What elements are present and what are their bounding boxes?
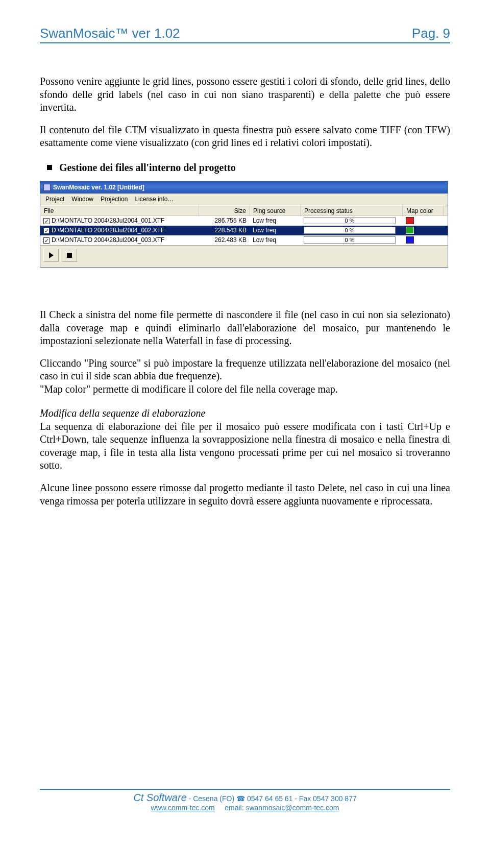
menu-project[interactable]: Project xyxy=(45,196,64,203)
footer-email-label: email: xyxy=(225,804,246,812)
cell-file: ✓D:\MONTALTO 2004\28Jul2004_003.XTF xyxy=(40,235,199,245)
toolbar xyxy=(40,245,448,267)
progress-bar: 0 % xyxy=(304,217,396,224)
col-header-file[interactable]: File xyxy=(40,205,199,215)
cell-ping: Low freq xyxy=(250,235,301,245)
cell-color xyxy=(403,216,444,226)
table-row[interactable]: ✓D:\MONTALTO 2004\28Jul2004_002.XTF228.5… xyxy=(40,226,448,235)
subheading: Modifica della sequenze di elaborazione xyxy=(40,407,450,419)
menu-window[interactable]: Window xyxy=(71,196,93,203)
footer-contact: - Cesena (FO) ☎ 0547 64 65 61 - Fax 0547… xyxy=(187,794,357,803)
cell-color xyxy=(403,235,444,245)
cell-processing: 0 % xyxy=(301,216,403,226)
stop-button[interactable] xyxy=(62,249,77,262)
cell-file: ✓D:\MONTALTO 2004\28Jul2004_002.XTF xyxy=(40,226,199,235)
col-header-proc[interactable]: Processing status xyxy=(301,205,403,215)
cell-file: ✓D:\MONTALTO 2004\28Jul2004_001.XTF xyxy=(40,216,199,226)
doc-header-right: Pag. 9 xyxy=(412,26,450,41)
paragraph-5: "Map color" permette di modificare il co… xyxy=(40,383,450,396)
color-swatch[interactable] xyxy=(406,227,414,234)
col-header-size[interactable]: Size xyxy=(199,205,250,215)
paragraph-2: Il contenuto del file CTM visualizzato i… xyxy=(40,124,450,150)
cell-size: 228.543 KB xyxy=(199,226,250,235)
cell-ping: Low freq xyxy=(250,226,301,235)
stop-icon xyxy=(67,253,72,258)
menu-bar: Project Window Projection License info… xyxy=(40,194,448,205)
cell-color xyxy=(403,226,444,235)
progress-bar: 0 % xyxy=(304,227,396,234)
paragraph-6: La sequenza di elaborazione dei file per… xyxy=(40,420,450,472)
paragraph-3: Il Check a sinistra del nome file permet… xyxy=(40,308,450,348)
progress-bar: 0 % xyxy=(304,236,396,244)
row-checkbox[interactable]: ✓ xyxy=(43,218,50,224)
file-path: D:\MONTALTO 2004\28Jul2004_001.XTF xyxy=(52,217,164,224)
file-path: D:\MONTALTO 2004\28Jul2004_003.XTF xyxy=(52,236,164,244)
table-row[interactable]: ✓D:\MONTALTO 2004\28Jul2004_003.XTF262.4… xyxy=(40,235,448,245)
footer-email-link[interactable]: swanmosaic@comm-tec.com xyxy=(246,804,339,812)
app-window: SwanMosaic ver. 1.02 [Untitled] Project … xyxy=(40,181,448,268)
cell-ping: Low freq xyxy=(250,216,301,226)
color-swatch[interactable] xyxy=(406,217,414,224)
color-swatch[interactable] xyxy=(406,236,414,244)
row-checkbox[interactable]: ✓ xyxy=(43,228,50,234)
cell-size: 286.755 KB xyxy=(199,216,250,226)
col-header-ping[interactable]: Ping source xyxy=(250,205,301,215)
file-path: D:\MONTALTO 2004\28Jul2004_002.XTF xyxy=(52,227,164,234)
section-title: Gestione dei files all'interno del proge… xyxy=(59,162,236,174)
paragraph-4: Cliccando "Ping source" si può impostare… xyxy=(40,357,450,383)
file-listview: File Size Ping source Processing status … xyxy=(40,205,448,245)
row-checkbox[interactable]: ✓ xyxy=(43,237,50,244)
doc-header-left: SwanMosaic™ ver 1.02 xyxy=(40,26,180,41)
footer-website-link[interactable]: www.comm-tec.com xyxy=(151,804,215,812)
bullet-icon xyxy=(47,165,52,170)
cell-size: 262.483 KB xyxy=(199,235,250,245)
window-title: SwanMosaic ver. 1.02 [Untitled] xyxy=(53,184,144,191)
app-icon xyxy=(43,184,51,191)
paragraph-7: Alcune linee possono essere rimosse dal … xyxy=(40,481,450,508)
menu-license[interactable]: License info… xyxy=(135,196,174,203)
paragraph-1: Possono venire aggiunte le grid lines, p… xyxy=(40,75,450,114)
cell-processing: 0 % xyxy=(301,235,403,245)
menu-projection[interactable]: Projection xyxy=(101,196,128,203)
titlebar[interactable]: SwanMosaic ver. 1.02 [Untitled] xyxy=(40,181,448,194)
page-footer: Ct Software - Cesena (FO) ☎ 0547 64 65 6… xyxy=(0,789,490,812)
table-row[interactable]: ✓D:\MONTALTO 2004\28Jul2004_001.XTF286.7… xyxy=(40,216,448,226)
cell-processing: 0 % xyxy=(301,226,403,235)
play-button[interactable] xyxy=(43,249,59,262)
col-header-color[interactable]: Map color xyxy=(403,205,444,215)
play-icon xyxy=(49,252,54,258)
footer-company: Ct Software xyxy=(133,792,186,803)
